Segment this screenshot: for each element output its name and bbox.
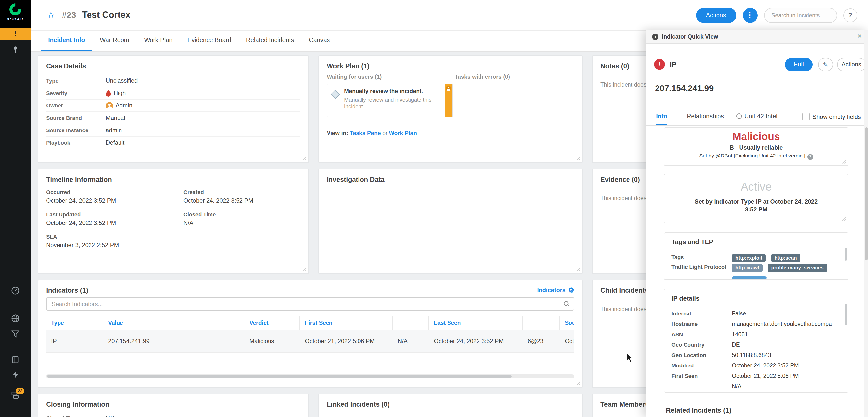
xsoar-logo-text: XSOAR [0, 17, 31, 21]
tag-badge[interactable]: profile:many_services [768, 264, 827, 272]
edit-pencil-button[interactable]: ✎ [818, 58, 833, 71]
col-type[interactable]: Type [46, 316, 103, 330]
card-scrollbar-thumb[interactable] [845, 304, 847, 325]
cell-blank-1: N/A [393, 330, 429, 353]
tab-related-incidents[interactable]: Related Incidents [239, 30, 302, 51]
cell-incident-link[interactable]: 6@23 [523, 330, 560, 353]
col-source-time[interactable]: Source Ti [560, 316, 574, 330]
ip-row-internal: InternalFalse [672, 308, 844, 318]
resize-handle[interactable] [576, 157, 581, 161]
cell-indicator-value-link[interactable]: 207.154.241.99 [103, 330, 244, 353]
timer-icon[interactable] [0, 286, 31, 297]
indicator-table-row[interactable]: IP 207.154.241.99 Malicious October 21, … [46, 330, 574, 353]
resize-handle[interactable] [842, 217, 846, 221]
help-button[interactable]: ? [843, 8, 857, 22]
work-plan-link[interactable]: Work Plan [389, 130, 417, 136]
unit42-icon [736, 113, 742, 119]
show-empty-checkbox[interactable] [802, 113, 809, 120]
resize-handle[interactable] [576, 268, 581, 272]
header-actions-group: Actions ⋮ ? [696, 0, 857, 30]
indicators-horizontal-scrollbar[interactable] [46, 374, 574, 378]
marketplace-layers-icon[interactable]: 22 [0, 391, 31, 401]
col-last-seen[interactable]: Last Seen [429, 316, 523, 330]
case-row-type: Type Unclassified [46, 75, 301, 87]
related-incidents-title: Related Incidents (1) [666, 407, 732, 414]
card-title: Closing Information [38, 394, 308, 408]
tag-badge[interactable]: http:exploit [732, 254, 766, 262]
incident-search-input[interactable] [764, 8, 837, 23]
tab-incident-info[interactable]: Incident Info [41, 30, 92, 51]
card-title: Indicators (1) [38, 280, 582, 294]
page-vertical-scrollbar[interactable] [864, 30, 868, 417]
indicators-settings-link[interactable]: Indicators ⚙ [537, 287, 574, 294]
timeline-closed-time: Closed Time N/A [183, 211, 301, 226]
sidebar-alert-badge[interactable]: ! [0, 28, 31, 40]
task-card[interactable]: Manually review the incident. Manually r… [327, 84, 453, 117]
closing-row-closed-time: Closed Time N/A [46, 412, 301, 417]
col-blank-1[interactable] [393, 316, 429, 330]
tab-work-plan[interactable]: Work Plan [136, 30, 180, 51]
qv-tab-unit42-intel[interactable]: Unit 42 Intel [736, 109, 777, 124]
search-icon [563, 301, 570, 307]
card-scrollbar-thumb[interactable] [845, 248, 847, 260]
col-blank-2[interactable] [523, 316, 560, 330]
tasks-with-errors-label: Tasks with errors (0) [455, 74, 510, 80]
indicator-value: 207.154.241.99 [655, 84, 714, 94]
mouse-cursor [626, 353, 634, 363]
playbooks-book-icon[interactable] [0, 356, 31, 366]
favorite-star-icon[interactable]: ☆ [46, 9, 55, 21]
quick-view-title: Indicator Quick View [662, 34, 718, 40]
timeline-sla: SLA November 3, 2022 2:52 PM [46, 234, 179, 249]
automation-bolt-icon[interactable] [0, 371, 31, 381]
card-title: Investigation Data [319, 169, 582, 183]
question-icon[interactable]: ? [807, 154, 813, 160]
indicators-table-header: Type Value Verdict First Seen Last Seen … [46, 316, 574, 330]
threat-intel-globe-icon[interactable] [0, 314, 31, 325]
indicator-type-label: IP [670, 61, 676, 68]
card-title: Tags and TLP [664, 233, 848, 246]
expiration-status-card: Active Set by Indicator Type IP at Octob… [664, 174, 848, 223]
gear-icon[interactable]: ⚙ [568, 287, 574, 294]
child-incidents-empty-text: This incident does [600, 306, 646, 312]
col-first-seen[interactable]: First Seen [300, 316, 393, 330]
resize-handle[interactable] [576, 381, 581, 386]
scrollbar-thumb[interactable] [865, 127, 868, 260]
full-view-button[interactable]: Full [785, 58, 813, 71]
status-value: Active [664, 180, 848, 194]
resize-handle[interactable] [303, 268, 307, 272]
tab-evidence-board[interactable]: Evidence Board [180, 30, 239, 51]
quick-view-header: i Indicator Quick View × [646, 30, 868, 43]
task-state-diamond-icon [331, 90, 340, 99]
tag-badge[interactable]: http:crawl [732, 264, 763, 272]
resize-handle[interactable] [842, 160, 846, 164]
sidebar: XSOAR ! 22 [0, 0, 31, 417]
qv-tab-relationships[interactable]: Relationships [687, 109, 724, 124]
verdict-source: Set by @DBot [Excluding Unit 42 Intel ve… [664, 152, 848, 160]
qv-tab-info[interactable]: Info [656, 109, 668, 125]
tab-war-room[interactable]: War Room [92, 30, 137, 51]
ip-row-hostname: Hostnamemanagemental.dont.youlovethat.co… [672, 318, 844, 329]
tag-badge[interactable]: http:scan [771, 254, 800, 262]
more-menu-button[interactable]: ⋮ [743, 8, 757, 23]
case-details-card: Case Details Type Unclassified Severity … [38, 56, 309, 163]
notification-badge: 22 [16, 388, 24, 394]
pin-icon[interactable] [0, 45, 31, 56]
quick-view-actions-button[interactable]: Actions [837, 58, 866, 71]
filter-funnel-icon[interactable] [0, 330, 31, 340]
col-verdict[interactable]: Verdict [244, 316, 300, 330]
indicators-search-input[interactable] [46, 297, 574, 311]
card-title: Linked Incidents (0) [319, 394, 582, 408]
timeline-last-updated: Last Updated October 24, 2022 3:52 PM [46, 211, 179, 226]
resize-handle[interactable] [303, 157, 307, 161]
close-icon[interactable]: × [857, 32, 862, 41]
tasks-pane-link[interactable]: Tasks Pane [350, 130, 381, 136]
evidence-empty-text: This incident does [600, 195, 646, 201]
xsoar-logo[interactable]: XSOAR [0, 0, 31, 28]
scrollbar-thumb[interactable] [47, 375, 512, 378]
actions-button[interactable]: Actions [696, 8, 736, 23]
show-empty-fields-toggle[interactable]: Show empty fields [802, 113, 861, 120]
ip-details-card: IP details InternalFalse Hostnamemanagem… [664, 289, 848, 393]
task-assignee-icon [446, 86, 451, 91]
tab-canvas[interactable]: Canvas [302, 30, 337, 51]
col-value[interactable]: Value [103, 316, 244, 330]
